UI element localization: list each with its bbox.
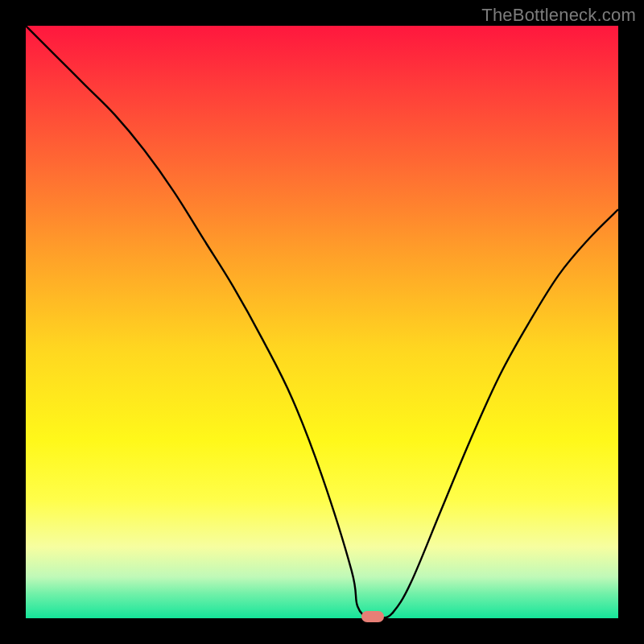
plot-area: [26, 26, 618, 618]
watermark-text: TheBottleneck.com: [481, 5, 636, 26]
bottleneck-curve: [26, 26, 618, 618]
chart-frame: TheBottleneck.com: [0, 0, 644, 644]
optimal-marker: [361, 611, 384, 622]
